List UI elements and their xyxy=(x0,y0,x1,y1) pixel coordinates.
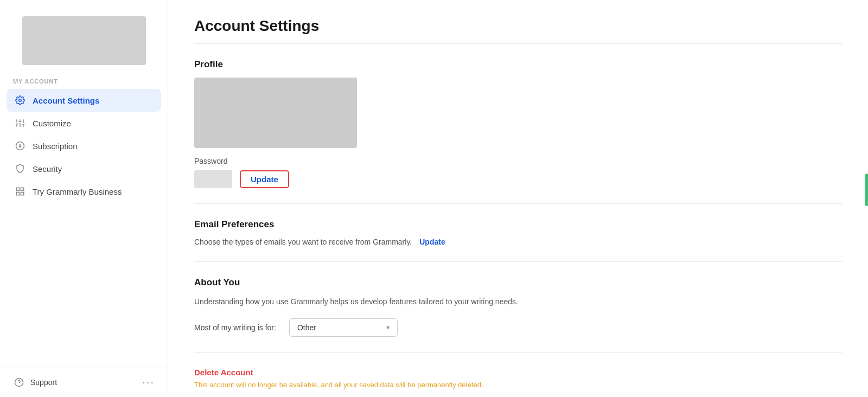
svg-rect-12 xyxy=(16,188,19,190)
sidebar: MY ACCOUNT Account Settings xyxy=(0,0,168,397)
delete-account-warning: This account will no longer be available… xyxy=(194,381,842,389)
divider-1 xyxy=(194,203,842,204)
sidebar-item-grammarly-business[interactable]: Try Grammarly Business xyxy=(7,180,161,203)
email-preferences-title: Email Preferences xyxy=(194,219,842,230)
sidebar-item-customize[interactable]: Customize xyxy=(7,112,161,135)
sidebar-item-label: Subscription xyxy=(33,142,78,151)
password-dots-display xyxy=(194,170,232,188)
support-label: Support xyxy=(30,378,57,387)
delete-account-section: Delete Account This account will no long… xyxy=(194,368,842,389)
grid-icon xyxy=(14,185,26,197)
writing-for-dropdown[interactable]: Other ▾ xyxy=(289,318,398,337)
sidebar-item-label: Customize xyxy=(33,119,71,128)
sidebar-item-security[interactable]: Security xyxy=(7,157,161,180)
sidebar-item-label: Account Settings xyxy=(33,96,99,105)
sliders-icon xyxy=(14,117,26,129)
shield-icon xyxy=(14,163,26,175)
profile-section: Profile xyxy=(194,59,842,148)
profile-section-title: Profile xyxy=(194,59,842,70)
about-you-description: Understanding how you use Grammarly help… xyxy=(194,296,842,308)
main-content: Account Settings Profile Password Update… xyxy=(168,0,868,397)
page-title: Account Settings xyxy=(194,17,842,44)
email-update-link[interactable]: Update xyxy=(419,238,445,246)
sidebar-item-account-settings[interactable]: Account Settings xyxy=(7,89,161,112)
divider-3 xyxy=(194,352,842,353)
divider-2 xyxy=(194,261,842,262)
svg-point-0 xyxy=(19,99,22,102)
sidebar-section-label: MY ACCOUNT xyxy=(0,78,168,89)
writing-for-label: Most of my writing is for: xyxy=(194,323,276,332)
email-preferences-row: Choose the types of emails you want to r… xyxy=(194,238,842,246)
sidebar-footer: Support ··· xyxy=(0,367,168,397)
support-link[interactable]: Support xyxy=(13,376,57,388)
sidebar-logo xyxy=(22,16,146,65)
more-options-dots[interactable]: ··· xyxy=(142,376,155,388)
gear-icon xyxy=(14,94,26,106)
scroll-indicator xyxy=(865,174,868,206)
chevron-down-icon: ▾ xyxy=(386,324,390,331)
password-update-button[interactable]: Update xyxy=(240,170,289,188)
delete-account-link[interactable]: Delete Account xyxy=(194,368,253,377)
sidebar-item-label: Security xyxy=(33,164,62,174)
password-row: Update xyxy=(194,170,842,188)
profile-image xyxy=(194,78,357,148)
password-label: Password xyxy=(194,157,842,165)
svg-rect-14 xyxy=(21,193,24,195)
sidebar-item-subscription[interactable]: Subscription xyxy=(7,135,161,157)
svg-rect-15 xyxy=(16,193,19,195)
svg-rect-13 xyxy=(21,188,24,190)
dropdown-value: Other xyxy=(297,323,316,332)
sidebar-item-label: Try Grammarly Business xyxy=(33,187,122,196)
writing-for-row: Most of my writing is for: Other ▾ xyxy=(194,318,842,337)
email-preferences-description: Choose the types of emails you want to r… xyxy=(194,238,412,246)
question-icon xyxy=(13,376,25,388)
about-you-section: About You Understanding how you use Gram… xyxy=(194,277,842,337)
sidebar-nav: Account Settings Customize xyxy=(0,89,168,367)
about-you-title: About You xyxy=(194,277,842,288)
email-preferences-section: Email Preferences Choose the types of em… xyxy=(194,219,842,246)
dollar-icon xyxy=(14,140,26,152)
